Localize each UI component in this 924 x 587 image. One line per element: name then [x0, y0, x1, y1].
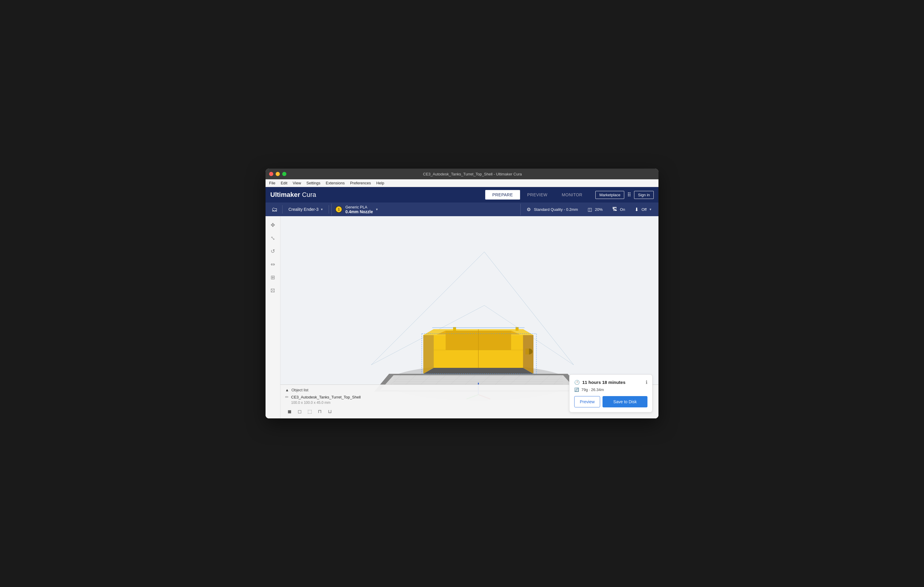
- tool-move[interactable]: ✥: [267, 220, 278, 230]
- support-section[interactable]: 🏗 On: [609, 206, 629, 213]
- svg-marker-26: [423, 368, 533, 374]
- nozzle-size: 0.4mm Nozzle: [345, 209, 373, 214]
- solid-view-icon[interactable]: ◼: [285, 407, 294, 415]
- save-to-disk-button[interactable]: Save to Disk: [602, 396, 647, 408]
- menu-file[interactable]: File: [269, 181, 276, 185]
- object-name: CE3_Autodesk_Tanks_Turret_Top_Shell: [291, 395, 361, 400]
- window-title: CE3_Autodesk_Tanks_Turret_Top_Shell - Ul…: [290, 172, 655, 176]
- menu-help[interactable]: Help: [376, 181, 384, 185]
- support-icon: 🏗: [612, 207, 617, 212]
- object-list-label: Object list: [291, 388, 309, 392]
- main-content: ✥ ⤡ ↺ ⇔ ⊞ ⛝: [266, 216, 658, 418]
- object-list-collapse-icon: ▲: [285, 388, 289, 392]
- close-button[interactable]: [269, 172, 273, 176]
- printer-selector[interactable]: Creality Ender-3 ▾: [285, 206, 326, 213]
- menu-edit[interactable]: Edit: [281, 181, 287, 185]
- logo-bold: Ultimaker: [270, 191, 300, 198]
- support-view-icon[interactable]: ⊓: [315, 407, 324, 415]
- print-time-left: 🕐 11 hours 18 minutes: [574, 380, 625, 385]
- svg-rect-34: [525, 349, 529, 354]
- material-icon: 1: [335, 206, 342, 213]
- tool-support[interactable]: ⛝: [267, 285, 278, 296]
- logo-regular: Cura: [300, 191, 316, 198]
- print-buttons: Preview Save to Disk: [574, 396, 647, 408]
- toolbar-divider-1: [282, 205, 282, 214]
- xray-view-icon[interactable]: ⬚: [305, 407, 314, 415]
- infill-icon: ◫: [587, 207, 592, 212]
- svg-marker-27: [423, 329, 434, 374]
- adhesion-view-icon[interactable]: ⊔: [326, 407, 334, 415]
- menu-bar: File Edit View Settings Extensions Prefe…: [266, 179, 658, 187]
- header-actions: Marketplace ⠿ Sign in: [596, 191, 654, 199]
- settings-sliders-icon: ⚙: [526, 207, 531, 212]
- signin-button[interactable]: Sign in: [634, 191, 654, 199]
- adhesion-value: Off: [642, 207, 647, 212]
- menu-view[interactable]: View: [293, 181, 301, 185]
- filament-icon: 🔄: [574, 388, 579, 392]
- adhesion-icon: ⬇: [635, 207, 639, 212]
- adhesion-section[interactable]: ⬇ Off ▾: [631, 206, 655, 214]
- marketplace-button[interactable]: Marketplace: [596, 191, 624, 199]
- nav-tabs: PREPARE PREVIEW MONITOR: [485, 190, 590, 199]
- tab-preview[interactable]: PREVIEW: [520, 190, 554, 199]
- menu-settings[interactable]: Settings: [306, 181, 320, 185]
- print-weight-value: 79g · 26.34m: [581, 388, 604, 392]
- maximize-button[interactable]: [282, 172, 286, 176]
- title-bar: CE3_Autodesk_Tanks_Turret_Top_Shell - Ul…: [266, 169, 658, 179]
- tab-prepare[interactable]: PREPARE: [485, 190, 520, 199]
- print-info-panel: 🕐 11 hours 18 minutes ℹ 🔄 79g · 26.34m P…: [569, 374, 652, 413]
- clock-icon: 🕐: [574, 380, 580, 385]
- material-info: Generic PLA 0.4mm Nozzle: [345, 205, 373, 214]
- tool-rotate[interactable]: ↺: [267, 246, 278, 257]
- menu-preferences[interactable]: Preferences: [350, 181, 371, 185]
- support-value: On: [620, 207, 625, 212]
- print-settings[interactable]: ⚙ Standard Quality - 0.2mm: [523, 206, 581, 214]
- material-name: Generic PLA: [345, 205, 373, 209]
- tool-arrange[interactable]: ⊞: [267, 272, 278, 283]
- printer-name: Creality Ender-3: [289, 207, 318, 212]
- traffic-lights: [269, 172, 286, 176]
- printer-chevron-icon: ▾: [321, 207, 323, 211]
- info-icon[interactable]: ℹ: [646, 380, 647, 385]
- material-selector[interactable]: 1 Generic PLA 0.4mm Nozzle ▾: [331, 204, 521, 215]
- material-chevron-icon: ▾: [376, 207, 378, 211]
- infill-value: 20%: [595, 207, 603, 212]
- toolbar-divider-2: [328, 205, 329, 214]
- 3d-viewport[interactable]: ▲ Object list ✏ CE3_Autodesk_Tanks_Turre…: [280, 216, 658, 418]
- wire-view-icon[interactable]: ◻: [295, 407, 304, 415]
- open-folder-icon[interactable]: 🗂: [269, 205, 280, 214]
- tool-scale[interactable]: ⤡: [267, 233, 278, 243]
- tab-monitor[interactable]: MONITOR: [554, 190, 589, 199]
- settings-chevron-icon: ▾: [650, 207, 651, 211]
- preview-button[interactable]: Preview: [574, 396, 600, 408]
- print-weight-row: 🔄 79g · 26.34m: [574, 388, 647, 392]
- left-sidebar: ✥ ⤡ ↺ ⇔ ⊞ ⛝: [266, 216, 280, 418]
- tool-mirror[interactable]: ⇔: [267, 259, 278, 270]
- app-logo: Ultimaker Cura: [270, 191, 316, 199]
- quality-label: Standard Quality - 0.2mm: [534, 207, 578, 212]
- infill-section[interactable]: ◫ 20%: [584, 206, 606, 214]
- print-time-row: 🕐 11 hours 18 minutes ℹ: [574, 380, 647, 385]
- toolbar: 🗂 Creality Ender-3 ▾ 1 Generic PLA 0.4mm…: [266, 202, 658, 216]
- header-nav: Ultimaker Cura PREPARE PREVIEW MONITOR M…: [266, 187, 658, 202]
- app-window: CE3_Autodesk_Tanks_Turret_Top_Shell - Ul…: [266, 169, 658, 418]
- print-time-value: 11 hours 18 minutes: [582, 380, 625, 385]
- grid-icon[interactable]: ⠿: [627, 191, 631, 198]
- menu-extensions[interactable]: Extensions: [326, 181, 345, 185]
- minimize-button[interactable]: [276, 172, 280, 176]
- edit-icon: ✏: [285, 395, 289, 400]
